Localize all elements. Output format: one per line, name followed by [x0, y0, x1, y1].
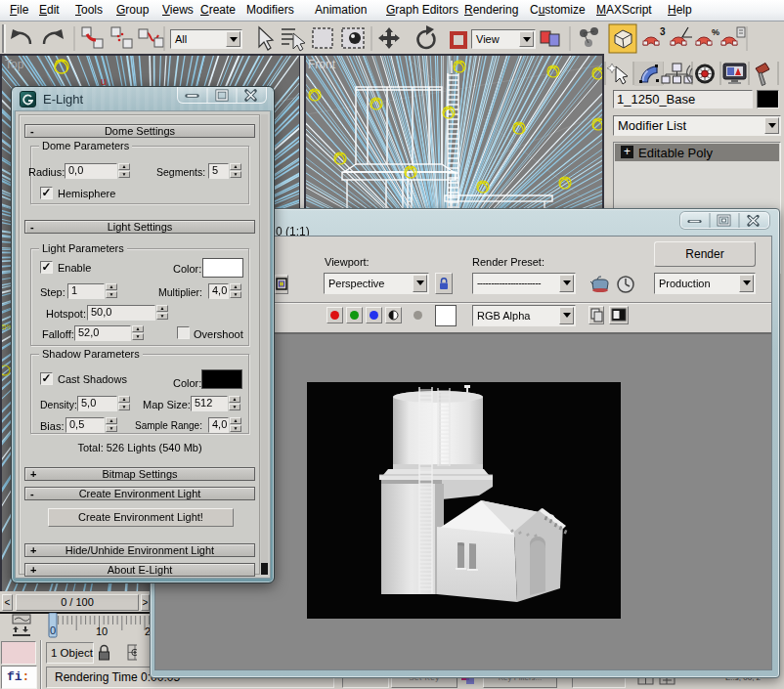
svg-text:10: 10: [96, 625, 108, 637]
svg-text:%: %: [712, 27, 719, 37]
svg-text:3: 3: [660, 26, 666, 37]
svg-text:2: 2: [408, 195, 413, 204]
svg-text:0: 0: [50, 624, 56, 636]
